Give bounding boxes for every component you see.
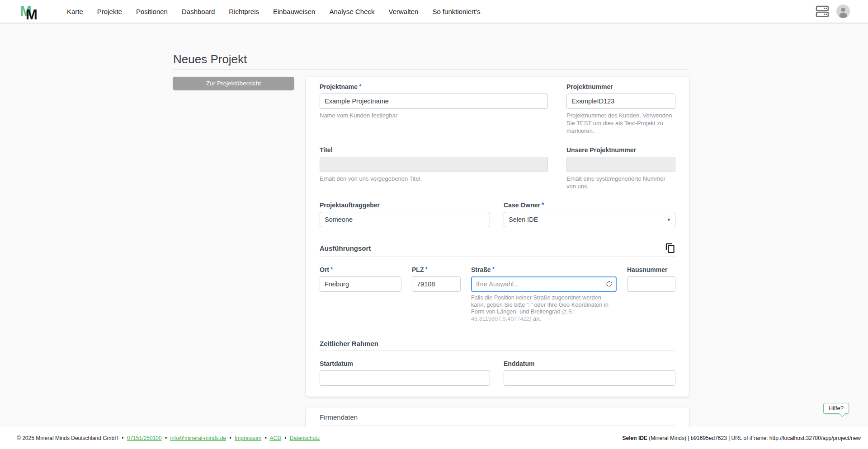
nav-item-so-funktionierts[interactable]: So funktioniert's xyxy=(432,8,480,15)
titel-input xyxy=(320,157,548,172)
brand-logo[interactable]: M M xyxy=(20,1,42,21)
back-to-project-overview-button[interactable]: Zur Projektübersicht xyxy=(173,77,294,90)
project-form-card: Projektname* Name vom Kunden festlegbar … xyxy=(306,77,689,397)
required-marker: * xyxy=(492,266,495,273)
server-icon[interactable] xyxy=(816,5,829,18)
footer-agb-link[interactable]: AGB xyxy=(270,435,281,441)
required-marker: * xyxy=(330,266,333,273)
page-footer: © 2025 Mineral Minds Deutschland GmbH • … xyxy=(0,427,868,449)
title-divider xyxy=(173,69,689,70)
enddatum-input[interactable] xyxy=(504,370,675,386)
footer-phone-link[interactable]: 07151/250100 xyxy=(127,435,162,441)
loading-spinner-icon xyxy=(606,281,612,287)
footer-left: © 2025 Mineral Minds Deutschland GmbH • … xyxy=(17,435,320,441)
nav-item-positionen[interactable]: Positionen xyxy=(136,8,168,15)
ort-input[interactable] xyxy=(320,276,401,292)
strasse-input[interactable] xyxy=(471,276,617,292)
session-user: Selen IDE xyxy=(623,435,647,441)
projektnummer-input[interactable] xyxy=(566,94,675,109)
footer-email-link[interactable]: info@mineral-minds.de xyxy=(170,435,226,441)
startdatum-label: Startdatum xyxy=(320,360,490,368)
projektauftraggeber-label: Projektauftraggeber xyxy=(320,201,490,209)
unsere-projektnummer-hint: Erhält eine systemgenerierte Nummer von … xyxy=(566,175,675,190)
footer-impressum-link[interactable]: Impressum xyxy=(235,435,261,441)
plz-label: PLZ* xyxy=(412,266,461,274)
main-area: Neues Projekt Zur Projektübersicht Proje… xyxy=(0,23,868,427)
case-owner-label: Case Owner* xyxy=(504,201,675,209)
unsere-projektnummer-label: Unsere Projektnummer xyxy=(566,146,675,154)
main-nav: Karte Projekte Positionen Dashboard Rich… xyxy=(67,8,481,15)
chevron-down-icon: ▼ xyxy=(667,218,671,222)
copy-icon[interactable] xyxy=(665,243,675,254)
projektauftraggeber-input[interactable] xyxy=(320,212,490,227)
case-owner-selected-value: Selen IDE xyxy=(509,216,538,223)
section-title-ausfuehrungsort: Ausführungsort xyxy=(320,244,371,253)
projektname-hint: Name vom Kunden festlegbar xyxy=(320,112,548,119)
nav-item-karte[interactable]: Karte xyxy=(67,8,83,15)
titel-hint: Erhält den von uns vorgegebenen Titel. xyxy=(320,175,548,182)
firmendaten-card: Firmendaten xyxy=(306,407,689,427)
nav-item-einbauweisen[interactable]: Einbauweisen xyxy=(273,8,315,15)
projektname-input[interactable] xyxy=(320,94,548,109)
nav-item-verwalten[interactable]: Verwalten xyxy=(389,8,419,15)
logo-letter-black: M xyxy=(26,8,37,22)
required-marker: * xyxy=(425,266,427,273)
copyright-text: © 2025 Mineral Minds Deutschland GmbH xyxy=(17,435,118,441)
footer-session-info: Selen IDE (Mineral Minds) | b91695ed7623… xyxy=(623,435,861,441)
nav-item-dashboard[interactable]: Dashboard xyxy=(182,8,215,15)
page-title: Neues Projekt xyxy=(173,52,689,66)
titel-label: Titel xyxy=(320,146,548,154)
strasse-label: Straße* xyxy=(471,266,617,274)
footer-datenschutz-link[interactable]: Datenschutz xyxy=(290,435,320,441)
section-title-zeitlicher-rahmen: Zeitlicher Rahmen xyxy=(320,340,378,348)
plz-input[interactable] xyxy=(412,276,461,292)
strasse-hint: Falls die Position keiner Straße zugeord… xyxy=(471,295,617,323)
hausnummer-input[interactable] xyxy=(627,276,675,292)
top-navbar: M M Karte Projekte Positionen Dashboard … xyxy=(0,0,868,23)
nav-icons xyxy=(816,5,850,18)
required-marker: * xyxy=(359,83,361,90)
projektnummer-hint: Projektnummer des Kunden. Verwenden Sie … xyxy=(566,112,675,135)
case-owner-select[interactable]: Selen IDE ▼ xyxy=(504,212,675,227)
user-avatar-icon[interactable] xyxy=(836,5,850,18)
required-marker: * xyxy=(542,201,544,208)
help-button[interactable]: Hilfe? xyxy=(823,403,849,414)
nav-item-analyse-check[interactable]: Analyse Check xyxy=(329,8,374,15)
session-details: (Mineral Minds) | b91695ed7623 | URL of … xyxy=(647,435,861,441)
nav-item-richtpreis[interactable]: Richtpreis xyxy=(229,8,259,15)
projektname-label: Projektname* xyxy=(320,83,548,91)
projektnummer-label: Projektnummer xyxy=(566,83,675,91)
section-title-firmendaten: Firmendaten xyxy=(320,413,358,421)
hausnummer-label: Hausnummer xyxy=(627,266,675,274)
unsere-projektnummer-input xyxy=(566,157,675,172)
startdatum-input[interactable] xyxy=(320,370,490,386)
enddatum-label: Enddatum xyxy=(504,360,675,368)
ort-label: Ort* xyxy=(320,266,401,274)
nav-item-projekte[interactable]: Projekte xyxy=(97,8,122,15)
